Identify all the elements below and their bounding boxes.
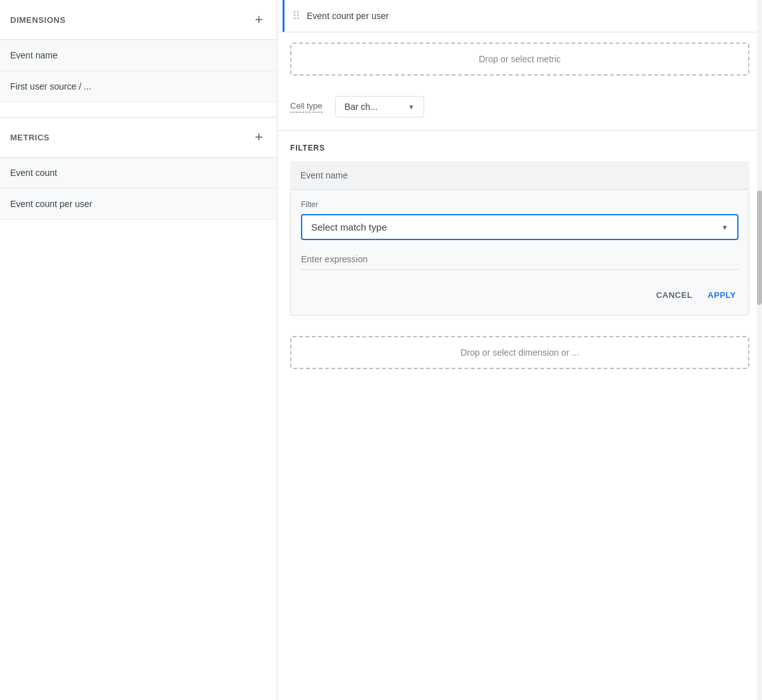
left-panel: DIMENSIONS + Event name First user sourc…	[0, 0, 277, 700]
cell-type-row: Cell type Bar ch... ▼	[277, 86, 762, 131]
filter-event-name-box[interactable]: Event name	[290, 161, 749, 190]
filter-actions: CANCEL APPLY	[301, 283, 739, 305]
dimension-item-event-name[interactable]: Event name	[0, 40, 277, 71]
dimensions-section: DIMENSIONS + Event name First user sourc…	[0, 0, 277, 102]
metric-item-event-count[interactable]: Event count	[0, 158, 277, 189]
dimensions-title: DIMENSIONS	[10, 15, 65, 25]
filters-title: FILTERS	[290, 144, 749, 152]
match-type-select[interactable]: Select match type ▼	[301, 214, 739, 240]
drop-dimension-box[interactable]: Drop or select dimension or ...	[290, 336, 749, 369]
scrollbar-thumb[interactable]	[757, 191, 762, 305]
metric-top-area: ⠿ Event count per user	[277, 0, 762, 32]
add-dimension-button[interactable]: +	[251, 11, 267, 28]
dimension-item-first-user-source[interactable]: First user source / ...	[0, 71, 277, 102]
right-panel: ⠿ Event count per user Drop or select me…	[277, 0, 762, 700]
drop-metric-box[interactable]: Drop or select metric	[290, 43, 749, 76]
metric-chip-label: Event count per user	[307, 11, 389, 21]
add-metric-button[interactable]: +	[251, 129, 267, 145]
filter-body: Filter Select match type ▼ CANCEL APPLY	[290, 190, 749, 316]
filters-section: FILTERS Event name Filter Select match t…	[277, 131, 762, 326]
chevron-down-icon: ▼	[408, 104, 415, 111]
cancel-button[interactable]: CANCEL	[653, 285, 695, 305]
drag-icon: ⠿	[292, 9, 300, 23]
metrics-title: METRICS	[10, 133, 50, 142]
metrics-section: METRICS + Event count Event count per us…	[0, 118, 277, 220]
apply-button[interactable]: APPLY	[705, 285, 739, 305]
filter-label: Filter	[301, 200, 739, 209]
cell-type-label: Cell type	[290, 101, 323, 112]
metric-chip: ⠿ Event count per user	[283, 0, 749, 32]
expression-input[interactable]	[301, 249, 739, 270]
chevron-down-icon: ▼	[721, 224, 728, 231]
dimensions-header: DIMENSIONS +	[0, 0, 277, 40]
section-spacer	[0, 102, 277, 118]
metrics-header: METRICS +	[0, 118, 277, 158]
scrollbar-track[interactable]	[757, 0, 762, 700]
cell-type-select[interactable]: Bar ch... ▼	[335, 96, 424, 118]
metric-item-event-count-per-user[interactable]: Event count per user	[0, 189, 277, 220]
